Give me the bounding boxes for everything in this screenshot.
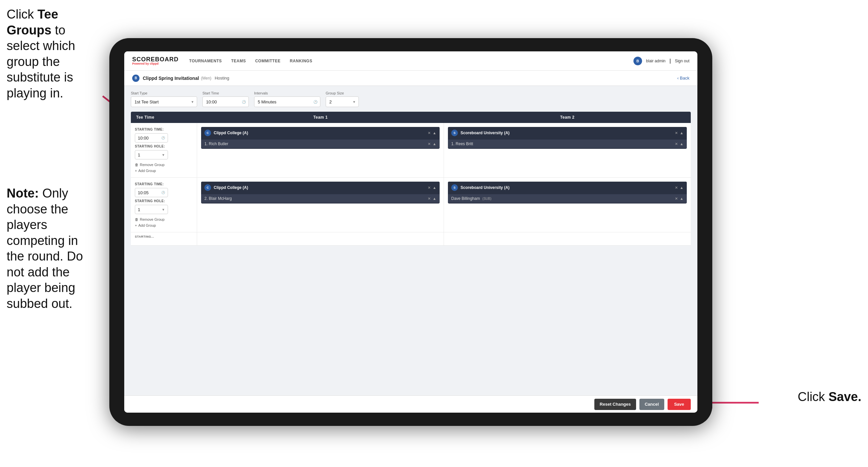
intervals-input[interactable]: 5 Minutes 🕐 [254,96,320,107]
cancel-button[interactable]: Cancel [640,399,664,410]
starting-hole-wrapper-1: 1 ▼ [135,150,193,159]
nav-signout[interactable]: Sign out [675,59,689,63]
player-expand-1-2-0[interactable]: ▲ [433,197,436,201]
player-actions-2-1-0: ✕ ▲ [675,142,683,146]
player-row-1-1-0: 1. Rich Butler ✕ ▲ [201,140,440,148]
team-actions-1-1: ✕ ▲ [428,131,436,135]
starting-time-input-2[interactable]: 10:05 🕐 [135,188,168,197]
player-expand-2-2-0[interactable]: ▲ [680,197,683,201]
remove-icon-2: 🗑 [135,217,138,222]
team-remove-icon-1-2[interactable]: ✕ [428,185,431,190]
team-name-2-2: Scoreboard University (A) [461,185,675,190]
group-row-1: STARTING TIME: 10:00 🕐 STARTING HOLE: 1 … [131,123,691,178]
start-time-input[interactable]: 10:00 🕐 [203,96,249,107]
start-time-icon: 🕐 [242,100,246,104]
player-row-2-1-0: 1. Rees Britt ✕ ▲ [448,140,687,148]
note-text: Note: Only choose the players competing … [0,185,103,312]
add-group-btn-2[interactable]: + Add Group [135,224,193,227]
team-expand-icon-2-2[interactable]: ▲ [680,185,683,190]
team-icon-1-2: C [205,184,211,191]
player-remove-2-2-0[interactable]: ✕ [675,197,678,201]
partial-label: STARTING... [135,235,193,238]
team-card-1-1[interactable]: C Clippd College (A) ✕ ▲ 1. Rich Butler … [201,127,440,149]
group-left-2: STARTING TIME: 10:05 🕐 STARTING HOLE: 1 … [131,178,197,232]
player-remove-1-2-0[interactable]: ✕ [428,197,431,201]
starting-time-label-1: STARTING TIME: [135,127,193,131]
team-card-header-2-2: S Scoreboard University (A) ✕ ▲ [448,182,687,194]
save-button[interactable]: Save [668,399,691,410]
th-team1: Team 1 [197,112,444,123]
nav-right: B blair admin | Sign out [633,57,689,65]
player-actions-1-2-0: ✕ ▲ [428,197,436,201]
user-avatar: B [633,57,642,65]
team-icon-2-1: S [451,129,458,136]
note-heading: Note: [7,186,39,200]
intervals-label: Intervals [254,91,320,95]
starting-hole-input-2[interactable]: 1 ▼ [135,205,168,214]
partial-row: STARTING... [131,232,691,245]
back-button[interactable]: ‹ Back [677,76,689,81]
group-team2-2: S Scoreboard University (A) ✕ ▲ Dave Bil… [444,178,691,232]
tournament-icon: B [132,75,140,82]
team-icon-2-2: S [451,184,458,191]
team-card-2-2[interactable]: S Scoreboard University (A) ✕ ▲ Dave Bil… [448,182,687,204]
team-expand-icon-1-2[interactable]: ▲ [433,185,436,190]
team-remove-icon-2-2[interactable]: ✕ [675,185,678,190]
tablet-frame: SCOREBOARD Powered by clippd TOURNAMENTS… [109,38,712,426]
team-expand-icon-1-1[interactable]: ▲ [433,131,436,135]
player-expand-2-1-0[interactable]: ▲ [680,142,683,146]
player-name-1-1-0: 1. Rich Butler [205,142,428,146]
nav-committee[interactable]: COMMITTEE [255,57,281,65]
group-left-1: STARTING TIME: 10:00 🕐 STARTING HOLE: 1 … [131,123,197,177]
nav-tournaments[interactable]: TOURNAMENTS [189,57,222,65]
start-type-label: Start Type [131,91,197,95]
start-time-label: Start Time [203,91,249,95]
reset-changes-button[interactable]: Reset Changes [594,399,636,410]
start-type-input[interactable]: 1st Tee Start ▼ [131,96,197,107]
start-type-group: Start Type 1st Tee Start ▼ [131,91,197,107]
nav-items: TOURNAMENTS TEAMS COMMITTEE RANKINGS [189,57,633,65]
starting-hole-input-1[interactable]: 1 ▼ [135,150,168,159]
team-card-2-1[interactable]: S Scoreboard University (A) ✕ ▲ 1. Rees … [448,127,687,149]
player-remove-1-1-0[interactable]: ✕ [428,142,431,146]
tournament-name: Clippd Spring Invitational [143,76,199,81]
player-remove-2-1-0[interactable]: ✕ [675,142,678,146]
add-group-btn-1[interactable]: + Add Group [135,169,193,173]
team-card-header-1-1: C Clippd College (A) ✕ ▲ [201,127,440,139]
team-icon-1-1: C [205,129,211,136]
hole-chevron-2: ▼ [162,208,165,211]
intervals-icon: 🕐 [313,100,317,104]
nav-rankings[interactable]: RANKINGS [290,57,312,65]
team-remove-icon-1-1[interactable]: ✕ [428,131,431,135]
logo-scoreboard: SCOREBOARD [132,56,179,62]
starting-time-wrapper-2: 10:05 🕐 [135,188,193,197]
partial-left: STARTING... [131,232,197,245]
player-name-2-1-0: 1. Rees Britt [451,142,675,146]
start-time-group: Start Time 10:00 🕐 [203,91,249,107]
logo-powered: Powered by clippd [132,62,179,65]
group-size-label: Group Size [326,91,359,95]
starting-hole-label-1: STARTING HOLE: [135,145,193,148]
group-team1-1: C Clippd College (A) ✕ ▲ 1. Rich Butler … [197,123,444,177]
instruction-bold: Tee Groups [7,7,58,37]
team-card-header-2-1: S Scoreboard University (A) ✕ ▲ [448,127,687,139]
nav-teams[interactable]: TEAMS [231,57,246,65]
tablet-screen: SCOREBOARD Powered by clippd TOURNAMENTS… [124,51,698,413]
table-header: Tee Time Team 1 Team 2 [131,112,691,123]
remove-group-btn-1[interactable]: 🗑 Remove Group [135,163,193,167]
tournament-badge: (Men) [201,76,211,81]
starting-hole-wrapper-2: 1 ▼ [135,205,193,214]
remove-group-btn-2[interactable]: 🗑 Remove Group [135,217,193,222]
team-expand-icon-2-1[interactable]: ▲ [680,131,683,135]
player-expand-1-1-0[interactable]: ▲ [433,142,436,146]
starting-time-input-1[interactable]: 10:00 🕐 [135,133,168,143]
team-actions-1-2: ✕ ▲ [428,185,436,190]
team-actions-2-1: ✕ ▲ [675,131,683,135]
team-remove-icon-2-1[interactable]: ✕ [675,131,678,135]
group-size-input[interactable]: 2 ▼ [326,96,359,107]
add-icon-2: + [135,224,137,227]
player-actions-2-2-0: ✕ ▲ [675,197,683,201]
team-actions-2-2: ✕ ▲ [675,185,683,190]
click-save-bold: Save. [829,390,861,404]
team-card-1-2[interactable]: C Clippd College (A) ✕ ▲ 2. Blair McHarg… [201,182,440,204]
